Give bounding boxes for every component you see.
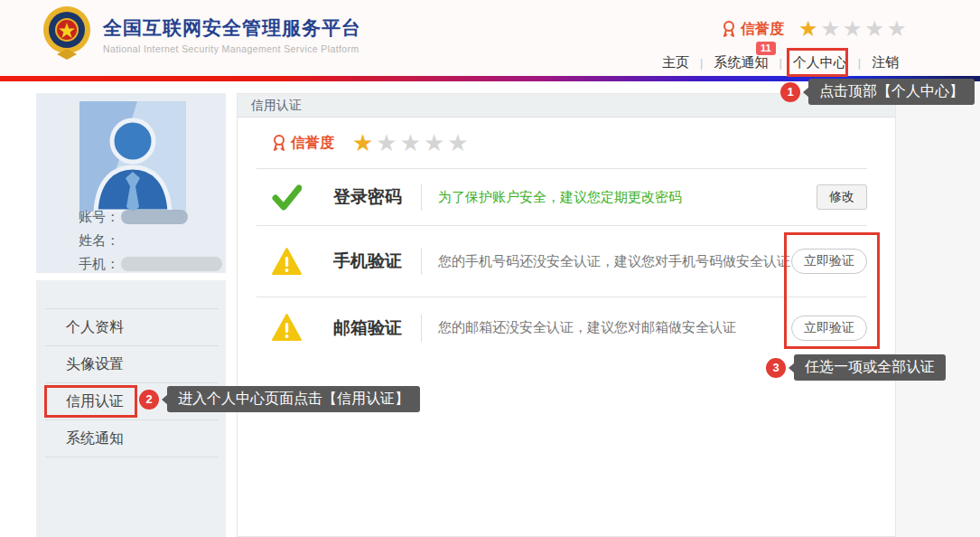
star-icon: ★ [843, 16, 865, 41]
star-icon: ★ [424, 129, 447, 156]
nav-divider: | [700, 56, 703, 70]
nav-logout[interactable]: 注销 [872, 54, 899, 71]
phone-label: 手机： [79, 256, 119, 273]
police-badge-logo [41, 5, 93, 60]
callout-step-1: 1 点击顶部【个人中心】 [780, 79, 975, 105]
star-icon: ★ [400, 129, 424, 156]
row-description: 为了保护账户安全，建议您定期更改密码 [438, 189, 682, 206]
profile-summary-box: 账号： 姓名： 手机： [36, 93, 226, 273]
nav-system-notice[interactable]: 系统通知 [714, 54, 768, 71]
name-label: 姓名： [79, 232, 119, 250]
star-icon: ★ [352, 129, 376, 156]
page-background-strip [896, 81, 980, 537]
star-icon: ★ [376, 129, 399, 156]
row-label: 手机验证 [333, 250, 419, 273]
nav-divider: | [858, 56, 861, 70]
top-nav: 主页 | 系统通知 | 个人中心 | 注销 [662, 54, 899, 71]
nav-divider: | [779, 56, 781, 70]
callout-step-3: 3 任选一项或全部认证 [766, 354, 946, 381]
rating-stars: ★★★★★ [352, 131, 471, 155]
nav-personal-center[interactable]: 个人中心 [793, 54, 847, 71]
row-label: 登录密码 [333, 185, 419, 209]
row-divider [421, 248, 422, 275]
notification-count-badge: 11 [756, 42, 776, 55]
phone-verify-row: 手机验证 您的手机号码还没安全认证，建议您对手机号码做安全认证 立即验证 [257, 226, 867, 297]
nav-home[interactable]: 主页 [662, 54, 689, 71]
warning-icon [272, 247, 302, 277]
verify-email-button[interactable]: 立即验证 [791, 316, 867, 341]
profile-fields: 账号： 姓名： 手机： [79, 205, 222, 276]
star-icon: ★ [798, 16, 821, 41]
sidebar-item-avatar-settings[interactable]: 头像设置 [45, 345, 219, 382]
site-subtitle: National Internet Security Management Se… [103, 43, 361, 54]
modify-password-button[interactable]: 修改 [817, 184, 867, 210]
reputation-label: 信誉度 [291, 134, 334, 153]
header-reputation[interactable]: 信誉度 ★★★★★ [722, 18, 910, 40]
row-label: 邮箱验证 [333, 316, 419, 340]
step-number-badge: 1 [780, 82, 800, 102]
site-title: 全国互联网安全管理服务平台 [103, 15, 361, 41]
star-icon: ★ [447, 129, 471, 156]
check-icon [272, 183, 302, 212]
row-description: 您的邮箱还没安全认证，建议您对邮箱做安全认证 [438, 319, 736, 336]
reputation-label: 信誉度 [741, 20, 784, 39]
medal-icon [722, 20, 736, 38]
verify-phone-button[interactable]: 立即验证 [791, 249, 867, 274]
page-header: 全国互联网安全管理服务平台 National Internet Security… [0, 0, 980, 76]
star-icon: ★ [821, 16, 844, 41]
step-tooltip: 点击顶部【个人中心】 [808, 79, 975, 105]
credit-auth-panel: 信用认证 信誉度 ★★★★★ 登录密码 为了保护账户安全，建议您定期更改密码 修… [237, 93, 896, 537]
rating-stars: ★★★★★ [798, 18, 910, 40]
email-verify-row: 邮箱验证 您的邮箱还没安全认证，建议您对邮箱做安全认证 立即验证 [257, 297, 867, 358]
reputation-row: 信誉度 ★★★★★ [257, 118, 867, 169]
redacted-account-value [121, 210, 188, 224]
row-description: 您的手机号码还没安全认证，建议您对手机号码做安全认证 [438, 253, 790, 270]
warning-icon [272, 313, 302, 343]
redacted-phone-value [121, 257, 222, 271]
sidebar-item-system-notice[interactable]: 系统通知 [45, 419, 219, 457]
callout-step-2: 2 进入个人中心页面点击【信用认证】 [139, 386, 420, 412]
medal-icon [272, 134, 286, 152]
row-divider [421, 315, 422, 342]
step-tooltip: 任选一项或全部认证 [794, 354, 946, 381]
star-icon: ★ [887, 16, 910, 41]
account-label: 账号： [79, 209, 119, 226]
step-number-badge: 3 [766, 358, 786, 378]
password-row: 登录密码 为了保护账户安全，建议您定期更改密码 修改 [257, 169, 867, 226]
step-number-badge: 2 [139, 390, 159, 410]
sidebar-item-personal-info[interactable]: 个人资料 [45, 308, 219, 345]
star-icon: ★ [865, 16, 888, 41]
step-tooltip: 进入个人中心页面点击【信用认证】 [167, 386, 420, 412]
avatar [79, 101, 186, 212]
row-divider [421, 184, 422, 211]
